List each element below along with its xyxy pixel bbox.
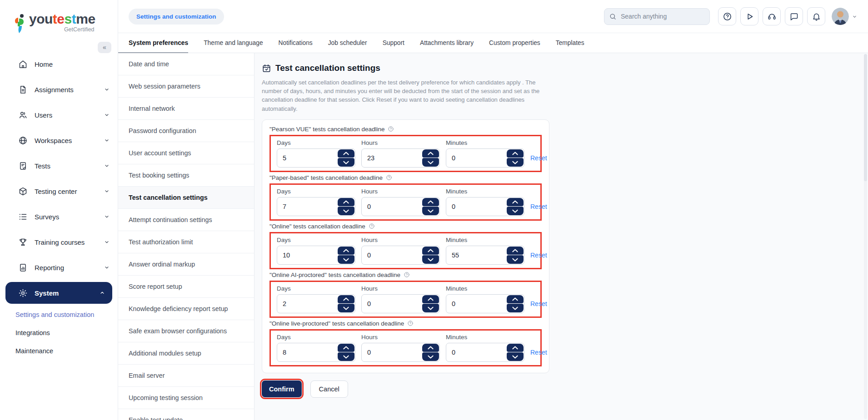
sidebar-item-training-courses[interactable]: Training courses bbox=[0, 229, 118, 255]
settings-nav-test-cancellation-settings[interactable]: Test cancellation settings bbox=[118, 187, 254, 209]
stepper-up-button[interactable] bbox=[422, 149, 439, 158]
number-stepper bbox=[422, 247, 439, 264]
sidebar-subitem-settings-and-customization[interactable]: Settings and customization bbox=[0, 306, 118, 324]
sidebar-subitem-maintenance[interactable]: Maintenance bbox=[0, 342, 118, 360]
number-stepper bbox=[507, 344, 524, 361]
tab-notifications[interactable]: Notifications bbox=[279, 33, 313, 53]
sidebar-collapse-button[interactable]: « bbox=[98, 42, 111, 53]
chevron-down-icon bbox=[104, 163, 110, 168]
global-search[interactable] bbox=[604, 8, 710, 25]
help-circle-icon bbox=[723, 12, 732, 21]
cancel-button[interactable]: Cancel bbox=[310, 380, 348, 398]
chevron-down-icon bbox=[104, 265, 110, 270]
stepper-up-button[interactable] bbox=[338, 344, 354, 352]
chevron-up-icon bbox=[100, 290, 105, 296]
stepper-up-button[interactable] bbox=[507, 344, 524, 352]
stepper-down-button[interactable] bbox=[507, 304, 524, 312]
settings-nav-attempt-continuation-settings[interactable]: Attempt continuation settings bbox=[118, 209, 254, 231]
stepper-down-button[interactable] bbox=[507, 352, 524, 361]
number-stepper bbox=[338, 247, 354, 264]
stepper-up-button[interactable] bbox=[338, 149, 354, 158]
stepper-down-button[interactable] bbox=[338, 255, 354, 264]
sidebar-item-home[interactable]: Home bbox=[0, 51, 118, 77]
stepper-down-button[interactable] bbox=[422, 158, 439, 167]
settings-nav-enable-test-update[interactable]: Enable test update bbox=[118, 409, 254, 420]
confirm-button[interactable]: Confirm bbox=[262, 380, 302, 397]
settings-nav-email-server[interactable]: Email server bbox=[118, 365, 254, 387]
search-input[interactable] bbox=[621, 13, 705, 20]
stepper-up-button[interactable] bbox=[507, 149, 524, 158]
days-label: Days bbox=[277, 139, 355, 147]
stepper-up-button[interactable] bbox=[338, 198, 354, 207]
online-ai-proctored-reset-link[interactable]: Reset bbox=[530, 300, 547, 307]
stepper-up-button[interactable] bbox=[422, 247, 439, 255]
tab-theme-and-language[interactable]: Theme and language bbox=[204, 33, 263, 53]
user-menu[interactable] bbox=[832, 8, 857, 25]
tab-support[interactable]: Support bbox=[383, 33, 404, 53]
chat-button[interactable] bbox=[785, 7, 803, 25]
stepper-down-button[interactable] bbox=[338, 207, 354, 215]
settings-nav-date-and-time[interactable]: Date and time bbox=[118, 53, 254, 75]
settings-nav-safe-exam-browser-configurations[interactable]: Safe exam browser configurations bbox=[118, 320, 254, 342]
pearson-vue-reset-link[interactable]: Reset bbox=[530, 154, 547, 162]
stepper-up-button[interactable] bbox=[422, 198, 439, 207]
sidebar-subitem-integrations[interactable]: Integrations bbox=[0, 324, 118, 342]
stepper-up-button[interactable] bbox=[422, 344, 439, 352]
settings-nav-internal-network[interactable]: Internal network bbox=[118, 98, 254, 120]
sidebar-item-reporting[interactable]: Reporting bbox=[0, 255, 118, 280]
play-button[interactable] bbox=[740, 7, 758, 25]
stepper-down-button[interactable] bbox=[507, 207, 524, 215]
headset-button[interactable] bbox=[763, 7, 781, 25]
stepper-up-button[interactable] bbox=[338, 295, 354, 304]
avatar[interactable] bbox=[832, 8, 849, 25]
settings-nav-answer-ordinal-markup[interactable]: Answer ordinal markup bbox=[118, 253, 254, 276]
sidebar-item-surveys[interactable]: Surveys bbox=[0, 204, 118, 229]
settings-nav-password-configuration[interactable]: Password configuration bbox=[118, 120, 254, 142]
settings-nav-additional-modules-setup[interactable]: Additional modules setup bbox=[118, 342, 254, 365]
stepper-up-button[interactable] bbox=[338, 247, 354, 255]
stepper-down-button[interactable] bbox=[507, 158, 524, 167]
bell-button[interactable] bbox=[807, 7, 825, 25]
stepper-down-button[interactable] bbox=[338, 158, 354, 167]
settings-nav-test-booking-settings[interactable]: Test booking settings bbox=[118, 164, 254, 187]
tab-system-preferences[interactable]: System preferences bbox=[129, 33, 188, 53]
sidebar-item-assignments[interactable]: Assignments bbox=[0, 77, 118, 102]
sidebar-item-tests[interactable]: Tests bbox=[0, 153, 118, 178]
online-live-proctored-reset-link[interactable]: Reset bbox=[530, 349, 547, 356]
tab-attachments-library[interactable]: Attachments library bbox=[420, 33, 474, 53]
settings-nav-web-session-parameters[interactable]: Web session parameters bbox=[118, 75, 254, 98]
paper-based-reset-link[interactable]: Reset bbox=[530, 203, 547, 210]
settings-nav-test-authorization-limit[interactable]: Test authorization limit bbox=[118, 231, 254, 253]
hours-label: Hours bbox=[361, 139, 440, 147]
days-label: Days bbox=[277, 188, 355, 195]
tab-templates[interactable]: Templates bbox=[556, 33, 584, 53]
stepper-down-button[interactable] bbox=[507, 255, 524, 264]
settings-nav-user-account-settings[interactable]: User account settings bbox=[118, 142, 254, 164]
stepper-up-button[interactable] bbox=[422, 295, 439, 304]
tab-custom-properties[interactable]: Custom properties bbox=[489, 33, 540, 53]
stepper-up-button[interactable] bbox=[507, 198, 524, 207]
tab-job-scheduler[interactable]: Job scheduler bbox=[328, 33, 367, 53]
minutes-label: Minutes bbox=[446, 139, 524, 147]
stepper-up-button[interactable] bbox=[507, 247, 524, 255]
sidebar-item-testing-center[interactable]: Testing center bbox=[0, 178, 118, 204]
sidebar-item-workspaces[interactable]: Workspaces bbox=[0, 128, 118, 153]
sidebar-item-system[interactable]: System bbox=[5, 282, 112, 304]
online-reset-link[interactable]: Reset bbox=[530, 252, 547, 259]
stepper-down-button[interactable] bbox=[422, 255, 439, 264]
stepper-down-button[interactable] bbox=[338, 352, 354, 361]
settings-nav-upcoming-testing-session[interactable]: Upcoming testing session bbox=[118, 387, 254, 409]
stepper-down-button[interactable] bbox=[338, 304, 354, 312]
stepper-down-button[interactable] bbox=[422, 207, 439, 215]
settings-nav-knowledge-deficiency-report-setup[interactable]: Knowledge deficiency report setup bbox=[118, 298, 254, 320]
sidebar-item-users[interactable]: Users bbox=[0, 102, 118, 128]
stepper-up-button[interactable] bbox=[507, 295, 524, 304]
sidebar-item-label: Testing center bbox=[35, 188, 77, 195]
stepper-down-button[interactable] bbox=[422, 304, 439, 312]
page-location-badge[interactable]: Settings and customization bbox=[129, 9, 224, 25]
scrollbar[interactable] bbox=[864, 54, 867, 419]
help-circle-button[interactable] bbox=[718, 7, 736, 25]
settings-nav-score-report-setup[interactable]: Score report setup bbox=[118, 276, 254, 298]
number-stepper bbox=[422, 149, 439, 167]
stepper-down-button[interactable] bbox=[422, 352, 439, 361]
